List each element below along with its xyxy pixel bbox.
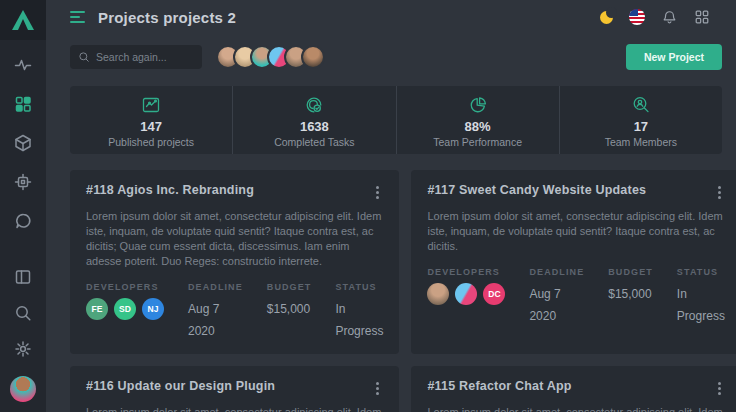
sidebar-nav [14, 56, 32, 230]
project-description: Lorem ipsum dolor sit amet, consectetur … [427, 209, 724, 254]
project-meta: DEVELOPERS FESDNJ DEADLINE Aug 7 2020 BU… [86, 282, 383, 342]
developer-avatars: FESDNJ [86, 298, 164, 320]
stat-label: Completed Tasks [274, 136, 354, 148]
toolbar: New Project [46, 34, 736, 70]
user-profile-avatar[interactable] [10, 376, 36, 402]
stat-value: 147 [140, 119, 162, 134]
topbar: Projects projects 2 [46, 0, 736, 34]
project-meta: DEVELOPERS DC DEADLINE Aug 7 2020 BUDGET… [427, 267, 724, 327]
stat-value: 88% [465, 119, 491, 134]
team-avatar-stack [216, 45, 325, 69]
avatar[interactable]: FE [86, 298, 108, 320]
stat-team-performance: 88% Team Performance [396, 86, 559, 154]
budget-value: $15,000 [267, 298, 312, 320]
notifications-bell-icon[interactable] [661, 9, 678, 26]
sidebar [0, 0, 46, 412]
search-box[interactable] [70, 45, 202, 69]
stat-completed-tasks: 1638 Completed Tasks [232, 86, 395, 154]
deadline-value: Aug 7 2020 [529, 283, 584, 327]
package-box-icon[interactable] [14, 134, 32, 152]
kebab-menu-icon[interactable] [372, 183, 383, 202]
kebab-menu-icon[interactable] [714, 183, 725, 202]
stat-label: Published projects [108, 136, 194, 148]
budget-label: BUDGET [608, 267, 653, 277]
project-card: #115 Refactor Chat App Lorem ipsum dolor… [411, 366, 736, 412]
stat-label: Team Performance [433, 136, 522, 148]
project-description: Lorem ipsum dolor sit amet, consectetur … [427, 405, 724, 412]
project-title: #116 Update our Design Plugin [86, 379, 275, 393]
budget-label: BUDGET [267, 282, 312, 292]
avatar[interactable]: DC [483, 283, 505, 305]
dark-mode-moon-icon[interactable] [600, 11, 613, 24]
sidebar-bottom-nav [10, 268, 36, 412]
stat-team-members: 17 Team Members [559, 86, 722, 154]
avatar[interactable] [427, 283, 449, 305]
project-card: #118 Agios Inc. Rebranding Lorem ipsum d… [70, 170, 399, 354]
status-label: STATUS [677, 267, 725, 277]
status-value: In Progress [677, 283, 725, 327]
search-input[interactable] [96, 51, 194, 63]
layout-panel-icon[interactable] [14, 268, 32, 286]
project-description: Lorem ipsum dolor sit amet, consectetur … [86, 405, 383, 412]
avatar[interactable]: NJ [142, 298, 164, 320]
deadline-label: DEADLINE [529, 267, 584, 277]
triangle-logo-icon [11, 9, 35, 31]
project-title: #118 Agios Inc. Rebranding [86, 183, 254, 197]
stats-panel: 147 Published projects 1638 Completed Ta… [70, 86, 722, 154]
topbar-icons [600, 9, 710, 26]
deadline-value: Aug 7 2020 [188, 298, 243, 342]
developer-avatars: DC [427, 283, 505, 305]
search-icon [78, 51, 90, 63]
search-user-icon [630, 95, 652, 115]
avatar[interactable] [301, 45, 325, 69]
developers-label: DEVELOPERS [86, 282, 164, 292]
new-project-button[interactable]: New Project [626, 44, 722, 70]
activity-icon[interactable] [14, 56, 32, 74]
deadline-label: DEADLINE [188, 282, 243, 292]
avatar[interactable] [455, 283, 477, 305]
tasks-target-icon [303, 95, 325, 115]
project-cards-grid: #118 Agios Inc. Rebranding Lorem ipsum d… [70, 170, 722, 412]
avatar[interactable]: SD [114, 298, 136, 320]
cpu-chip-icon[interactable] [14, 173, 32, 191]
projects-grid-icon[interactable] [14, 95, 32, 113]
stat-label: Team Members [605, 136, 677, 148]
language-flag-icon[interactable] [629, 9, 645, 25]
project-card: #116 Update our Design Plugin Lorem ipsu… [70, 366, 399, 412]
developers-label: DEVELOPERS [427, 267, 505, 277]
project-title: #115 Refactor Chat App [427, 379, 571, 393]
project-description: Lorem ipsum dolor sit amet, consectetur … [86, 209, 383, 269]
chat-bubble-icon[interactable] [14, 212, 32, 230]
project-card: #117 Sweet Candy Website Updates Lorem i… [411, 170, 736, 354]
page-title: Projects projects 2 [98, 9, 236, 26]
status-value: In Progress [335, 298, 383, 342]
search-icon[interactable] [14, 304, 32, 322]
budget-value: $15,000 [608, 283, 653, 305]
stat-value: 1638 [300, 119, 329, 134]
stat-published-projects: 147 Published projects [70, 86, 232, 154]
kebab-menu-icon[interactable] [372, 379, 383, 398]
settings-gear-icon[interactable] [14, 340, 32, 358]
apps-grid-icon[interactable] [694, 9, 710, 25]
kebab-menu-icon[interactable] [714, 379, 725, 398]
menu-hamburger-icon[interactable] [70, 8, 86, 26]
stat-value: 17 [634, 119, 648, 134]
project-title: #117 Sweet Candy Website Updates [427, 183, 646, 197]
status-label: STATUS [335, 282, 383, 292]
line-chart-icon [140, 95, 162, 115]
app-logo[interactable] [0, 0, 46, 40]
pie-chart-icon [467, 95, 489, 115]
main-area: Projects projects 2 [46, 0, 736, 412]
